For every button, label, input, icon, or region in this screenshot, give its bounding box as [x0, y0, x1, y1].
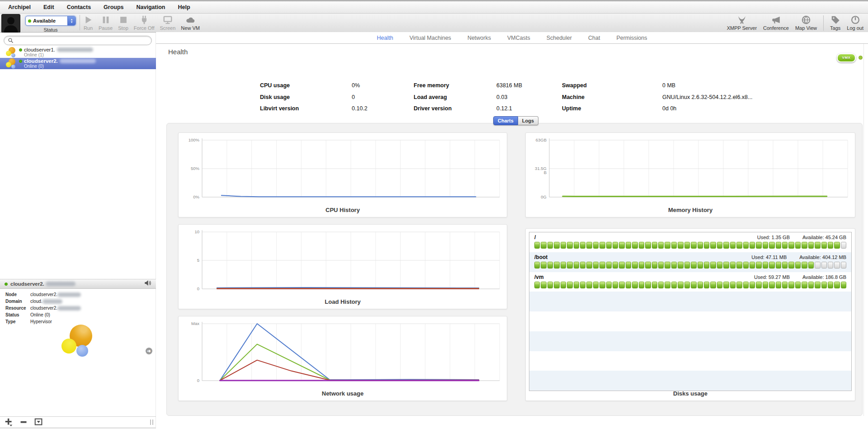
- disk-bar-segment: [756, 282, 761, 288]
- user-avatar[interactable]: [1, 14, 20, 33]
- disk-bar-segment: [828, 282, 833, 288]
- stepper-icon[interactable]: ▲▼: [67, 16, 75, 25]
- property-label: Status: [5, 311, 30, 318]
- load-history-card: 1050 Load History: [178, 224, 507, 309]
- tab-chat[interactable]: Chat: [588, 35, 600, 41]
- disk-bar-segment: [808, 262, 814, 269]
- menu-item-contacts[interactable]: Contacts: [67, 4, 91, 10]
- disk-bar-segment: [645, 242, 651, 249]
- roster-item-cloudserver2[interactable]: cloudserver2.Online (0): [0, 58, 156, 69]
- properties-table: Nodecloudserver2.Domaincloud.Resourceclo…: [5, 291, 81, 325]
- property-label: Type: [5, 318, 30, 325]
- page-title: Health: [168, 48, 188, 56]
- search-box[interactable]: [4, 36, 152, 45]
- disk-bar-segment: [534, 242, 540, 249]
- disk-bar-segment: [717, 242, 722, 249]
- disk-bar-segment: [841, 262, 846, 269]
- disk-bar-segment: [586, 242, 592, 249]
- toolbar-separator: [823, 15, 824, 31]
- svg-text:10: 10: [194, 229, 199, 234]
- disk-bar-segment: [541, 242, 546, 249]
- run-button[interactable]: Run: [83, 15, 93, 31]
- disk-bar-segment: [658, 262, 664, 269]
- disk-bar-segment: [691, 282, 696, 288]
- stats-values-col2: 63816 MB0.030.12.1: [496, 80, 522, 115]
- hypervisor-avatar: [58, 324, 101, 363]
- disk-row-empty: [529, 371, 851, 391]
- resize-handle[interactable]: [150, 420, 153, 425]
- disk-available: Available: 404.12 MB: [799, 255, 846, 260]
- status-select[interactable]: Available ▲▼: [25, 16, 76, 26]
- stat-value-libvirt-version: 0.10.2: [352, 103, 368, 115]
- disk-bar-segment: [632, 282, 637, 288]
- map-view-button[interactable]: Map View: [795, 15, 817, 31]
- toggle-logs[interactable]: Logs: [518, 116, 538, 125]
- svg-text:0: 0: [197, 286, 199, 291]
- contact-avatar: [5, 58, 16, 69]
- tab-health[interactable]: Health: [377, 35, 393, 41]
- disk-bar-segment: [684, 282, 690, 288]
- disk-bar-segment: [534, 262, 540, 269]
- svg-text:0G: 0G: [541, 194, 547, 199]
- disk-bar-segment: [684, 262, 690, 269]
- disk-bar-segment: [763, 282, 768, 288]
- disk-bar-segment: [710, 262, 716, 269]
- force-off-button[interactable]: Force Off: [134, 15, 155, 31]
- menu-item-navigation[interactable]: Navigation: [137, 4, 165, 10]
- disk-capacity-bar: [534, 282, 846, 288]
- menu-item-help[interactable]: Help: [178, 4, 190, 10]
- roster-item-cloudserver1[interactable]: cloudserver1.Online (1): [0, 47, 156, 58]
- add-contact-button[interactable]: [5, 418, 13, 426]
- menu-bar: ArchipelEditContactsGroupsNavigationHelp: [0, 0, 868, 14]
- pause-icon: [101, 15, 111, 25]
- pause-label: Pause: [99, 25, 113, 31]
- toggle-charts[interactable]: Charts: [493, 116, 518, 125]
- conference-button[interactable]: Conference: [763, 15, 789, 31]
- disk-bar-segment: [574, 242, 579, 249]
- tab-vmcasts[interactable]: VMCasts: [507, 35, 530, 41]
- masked-value: [42, 299, 62, 304]
- disk-bar-segment: [561, 282, 566, 288]
- disk-bar-segment: [802, 282, 807, 288]
- disk-bar-segment: [606, 282, 612, 288]
- next-avatar-button[interactable]: ➔: [146, 348, 152, 354]
- tags-button[interactable]: Tags: [830, 15, 840, 31]
- disk-bar-segment: [678, 262, 683, 269]
- disk-bar-segment: [665, 282, 670, 288]
- log-out-button[interactable]: Log out: [847, 15, 863, 31]
- svg-text:31.5GB: 31.5GB: [535, 166, 547, 175]
- stop-button[interactable]: Stop: [118, 15, 128, 31]
- disk-bar-segment: [815, 262, 820, 269]
- search-input[interactable]: [15, 38, 148, 44]
- load-history-plot: 1050: [183, 226, 502, 294]
- screen-button[interactable]: Screen: [160, 15, 176, 31]
- disk-bar-segment: [841, 242, 846, 249]
- play-icon: [83, 15, 93, 25]
- vmx-badge[interactable]: VMX: [837, 53, 856, 62]
- tab-permissions[interactable]: Permissions: [616, 35, 647, 41]
- disk-used: Used: 47.11 MB: [751, 255, 787, 260]
- disk-bar-segment: [567, 242, 572, 249]
- log-out-label: Log out: [847, 25, 863, 31]
- disk-bar-segment: [606, 262, 612, 269]
- disk-bar-segment: [736, 242, 742, 249]
- disk-bar-segment: [534, 282, 540, 288]
- tab-networks[interactable]: Networks: [467, 35, 491, 41]
- disk-bar-segment: [834, 282, 840, 288]
- new-vm-button[interactable]: New VM: [181, 15, 200, 31]
- disk-bar-segment: [808, 242, 814, 249]
- pause-button[interactable]: Pause: [99, 15, 113, 31]
- disk-bar-segment: [665, 242, 670, 249]
- xmpp-server-button[interactable]: XMPP Server: [727, 15, 757, 31]
- disk-bar-segment: [671, 262, 677, 269]
- stats-labels-col3: SwappedMachineUptime: [562, 80, 587, 115]
- disk-bar-segment: [698, 262, 703, 269]
- talk-icon[interactable]: [144, 279, 151, 288]
- tab-virtual-machines[interactable]: Virtual Machines: [410, 35, 451, 41]
- menu-item-archipel[interactable]: Archipel: [8, 4, 31, 10]
- menu-item-groups[interactable]: Groups: [104, 4, 123, 10]
- actions-pulldown-button[interactable]: [34, 418, 43, 426]
- remove-contact-button[interactable]: [19, 418, 28, 426]
- menu-item-edit[interactable]: Edit: [43, 4, 54, 10]
- tab-scheduler[interactable]: Scheduler: [547, 35, 572, 41]
